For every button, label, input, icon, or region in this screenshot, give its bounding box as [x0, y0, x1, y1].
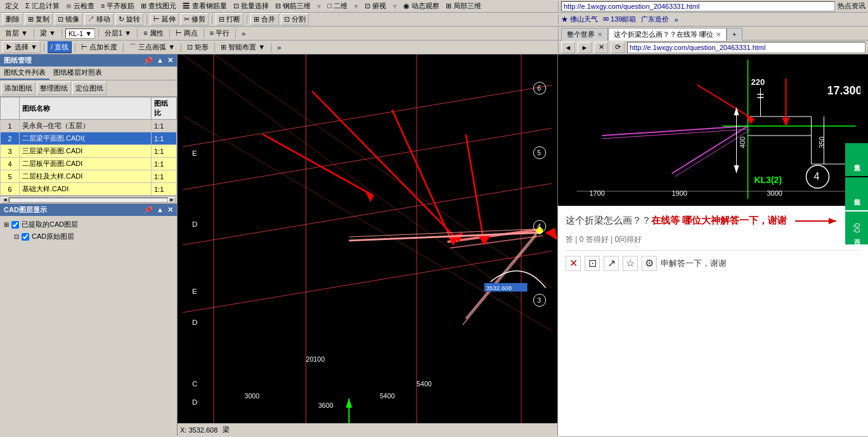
tool-smartplace[interactable]: ⊞ 智能布置 ▼	[218, 42, 268, 53]
menu-2d[interactable]: □ 二维	[325, 0, 351, 12]
panel-pin-btn[interactable]: 📌	[143, 56, 153, 65]
layer-close-btn[interactable]: ✕	[167, 206, 173, 214]
scroll-right[interactable]: ►	[168, 197, 176, 203]
menu-cloudcheck[interactable]: ⊙ 云检查	[63, 0, 97, 12]
organize-drawing-btn[interactable]: 整理图纸	[37, 82, 71, 95]
add-drawing-btn[interactable]: 添加图纸	[1, 82, 36, 95]
tab-layermap[interactable]: 图纸楼层对照表	[49, 66, 106, 80]
tool-select[interactable]: ▶ 选择 ▼	[3, 41, 41, 53]
svg-text:D: D	[192, 220, 197, 228]
panel-float-btn[interactable]: ▲	[157, 56, 164, 65]
toolbar-split[interactable]: ⊡ 分割	[281, 13, 309, 25]
toolbar-twopoint[interactable]: ⊢ 两点	[173, 28, 200, 39]
answer-icon-star[interactable]: ☆	[623, 256, 638, 271]
cad-drawing-area[interactable]: E D E D C D 6 5 4 3 3000	[178, 54, 557, 423]
toolbar-merge[interactable]: ⊞ 合并	[250, 13, 278, 25]
feedback-buttons: 意见反馈 关注我们 QQ咨询	[845, 143, 868, 244]
menu-summary[interactable]: Σ 汇总计算	[23, 0, 62, 12]
menu-viewrebar[interactable]: ☰ 查看钢筋量	[180, 0, 229, 12]
answer-arrow	[792, 215, 843, 227]
h-scrollbar[interactable]: ◄ ►	[0, 196, 177, 204]
question-highlight: 在线等 哪位大神解答一下，谢谢	[651, 215, 787, 225]
svg-line-54	[675, 129, 751, 177]
browser-nav: ◄ ► ✕ ⟳	[558, 42, 868, 53]
quicklink-weather[interactable]: ★ 佛山天气	[561, 15, 598, 24]
feedback-opinion[interactable]: 意见反馈	[845, 143, 868, 176]
tool-more2[interactable]: »	[275, 43, 283, 52]
toolbar-beam[interactable]: 梁 ▼	[37, 28, 58, 39]
tab-close-world[interactable]: ✕	[597, 31, 602, 38]
toolbar-more[interactable]: »	[239, 29, 248, 38]
quicklink-more[interactable]: »	[674, 16, 678, 23]
tab-close-question[interactable]: ✕	[716, 31, 721, 38]
drawing-row-3[interactable]: 3 三层梁平面图.CADI 1:1	[1, 145, 177, 158]
toolbar-delete[interactable]: 删除	[3, 13, 23, 25]
svg-text:3000: 3000	[245, 392, 260, 400]
menu-flatrebar[interactable]: ≡ 平齐板筋	[98, 0, 137, 12]
menu-dynamicobs[interactable]: ◉ 动态观察	[401, 0, 442, 12]
feedback-qq[interactable]: QQ咨询	[845, 212, 868, 244]
answer-icon-cross[interactable]: ✕	[566, 256, 581, 271]
browser-address-input[interactable]	[627, 42, 865, 53]
menu-local3d[interactable]: ⊞ 局部三维	[443, 0, 484, 12]
toolbar-floor[interactable]: 首层 ▼	[3, 28, 30, 39]
drawing-row-1[interactable]: 1 吴永良--住宅（五层） 1:1	[1, 120, 177, 132]
browser-tab-question[interactable]: 这个折梁怎么画？？在线等 哪位 ✕	[608, 28, 727, 41]
layer-item-original[interactable]: ⊡ CAD原始图层	[3, 231, 174, 243]
browser-tab-world[interactable]: 整个世界 ✕	[561, 28, 608, 41]
browser-url-text[interactable]: http://e.1wxgy.com/question_20463331.htm…	[561, 1, 835, 11]
menu-findelement[interactable]: ⊞ 查找图元	[138, 0, 179, 12]
drawing-row-2[interactable]: 2 二层梁平面图.CADI( 1:1	[1, 132, 177, 145]
toolbar-extend[interactable]: ⊢ 延伸	[150, 13, 179, 25]
toolbar-mirror[interactable]: ⊡ 镜像	[55, 13, 82, 25]
layer-pin-btn[interactable]: 📌	[144, 206, 153, 214]
drawing-row-4[interactable]: 4 二层板平面图.CADI 1:1	[1, 158, 177, 170]
browser-content[interactable]: 220 17.300 400	[558, 54, 868, 436]
nav-forward[interactable]: ►	[578, 42, 592, 53]
cad-left-panel: 图纸管理 📌 ▲ ✕ 图纸文件列表 图纸楼层对照表 添加图纸 整理图纸 定位图纸	[0, 54, 178, 436]
toolbar-move[interactable]: ↗ 移动	[84, 13, 113, 25]
toolbar-break[interactable]: ⊟ 打断	[216, 13, 243, 25]
toolbar-property[interactable]: ≡ 属性	[141, 28, 165, 39]
answer-icon-share[interactable]: ↗	[604, 256, 619, 271]
menu-3d[interactable]: ⊟ 钢筋三维	[273, 0, 313, 12]
nav-stop[interactable]: ✕	[594, 42, 608, 53]
menu-topview[interactable]: ⊡ 俯视	[362, 0, 389, 12]
drawing-row-6[interactable]: 6 基础大样.CADI 1:1	[1, 183, 177, 196]
toolbar-copy[interactable]: ⊞ 复制	[25, 13, 53, 25]
nav-back[interactable]: ◄	[561, 42, 575, 53]
scroll-left[interactable]: ◄	[1, 197, 9, 203]
panel-close-btn[interactable]: ✕	[167, 56, 173, 65]
nav-refresh[interactable]: ⟳	[611, 42, 625, 53]
cad-detail-svg: 220 17.300 400	[566, 60, 860, 199]
tool-arc[interactable]: ⌒ 三点画弧 ▼	[127, 42, 178, 53]
toolbar-rotate[interactable]: ↻ 旋转	[115, 13, 143, 25]
tool-line[interactable]: / 直线	[48, 41, 72, 53]
layer-checkbox-original[interactable]	[22, 233, 29, 241]
status-coords: X: 3532.608	[180, 426, 217, 434]
cad-detail-image: 220 17.300 400	[558, 54, 868, 206]
answer-icon-settings[interactable]: ⚙	[642, 256, 657, 271]
toolbar-trim[interactable]: ✂ 修剪	[181, 13, 209, 25]
locate-drawing-btn[interactable]: 定位图纸	[72, 82, 107, 95]
tool-rect[interactable]: ⊡ 矩形	[185, 42, 211, 53]
toolbar-sublayer[interactable]: 分层1 ▼	[102, 28, 134, 39]
menu-define[interactable]: 定义	[3, 0, 22, 12]
layer-float-btn[interactable]: ▲	[157, 206, 164, 214]
quicklink-mail[interactable]: ✉ 139邮箱	[603, 15, 636, 24]
layer-checkbox-extracted[interactable]	[11, 221, 19, 229]
svg-text:20100: 20100	[306, 355, 325, 363]
toolbar-parallel[interactable]: ≡ 平行	[207, 28, 232, 39]
tool-pointlength[interactable]: ⊢ 点加长度	[79, 42, 120, 53]
browser-tab-add[interactable]: +	[727, 28, 742, 41]
drawing-row-5[interactable]: 5 二层柱及大样.CADI 1:1	[1, 170, 177, 183]
stats-answers: 答 | 0 答得好 | 0问得好	[566, 234, 642, 245]
toolbar-kl[interactable]: KL-1 ▼	[65, 28, 95, 39]
tab-filelist[interactable]: 图纸文件列表	[0, 66, 49, 80]
feedback-follow[interactable]: 关注我们	[845, 177, 868, 210]
quicklink-price[interactable]: 广东造价	[641, 15, 669, 24]
drawing-panel-header: 图纸管理 📌 ▲ ✕	[0, 54, 177, 66]
answer-icon-check[interactable]: ⊡	[585, 256, 600, 271]
layer-item-extracted[interactable]: ⊞ 已提取的CAD图层	[3, 218, 174, 231]
menu-batchselect[interactable]: ⊡ 批量选择	[231, 0, 271, 12]
